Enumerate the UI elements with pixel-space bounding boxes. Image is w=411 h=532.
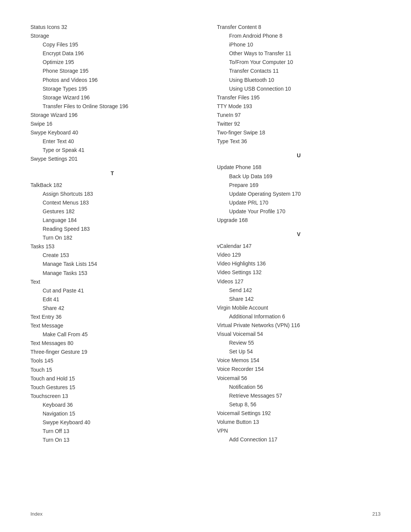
section-letter: T [30, 169, 194, 178]
list-item: Touch and Hold 15 [30, 374, 194, 383]
footer: Index 213 [30, 511, 381, 517]
list-item: Video Settings 132 [217, 268, 381, 277]
list-item: Using USB Connection 10 [217, 85, 381, 93]
list-item: Turn On 182 [30, 233, 194, 242]
list-item: VPN [217, 427, 381, 435]
list-item: Virgin Mobile Account [217, 304, 381, 312]
list-item: Videos 127 [217, 277, 381, 286]
list-item: Two-finger Swipe 18 [217, 128, 381, 137]
list-item: Transfer Contacts 11 [217, 67, 381, 75]
list-item: Transfer Files to Online Storage 196 [30, 102, 194, 111]
list-item: Update PRL 170 [217, 198, 381, 207]
left-column: Status Icons 32StorageCopy Files 195Encr… [30, 23, 194, 444]
list-item: iPhone 10 [217, 40, 381, 49]
list-item: Turn On 13 [30, 436, 194, 444]
list-item: Context Menus 183 [30, 198, 194, 207]
list-item: Back Up Data 169 [217, 172, 381, 181]
list-item: Storage Wizard 196 [30, 111, 194, 120]
list-item: Navigation 15 [30, 409, 194, 418]
list-item: Transfer Files 195 [217, 93, 381, 102]
list-item: Visual Voicemail 54 [217, 330, 381, 339]
list-item: Video Highlights 136 [217, 259, 381, 268]
list-item: Enter Text 40 [30, 137, 194, 146]
list-item: Voicemail Settings 192 [217, 409, 381, 418]
list-item: Text Messages 80 [30, 339, 194, 348]
list-item: Three-finger Gesture 19 [30, 348, 194, 356]
page: Status Icons 32StorageCopy Files 195Encr… [0, 0, 411, 532]
list-item: Reading Speed 183 [30, 225, 194, 233]
list-item: Update Phone 168 [217, 163, 381, 172]
list-item: Storage Wizard 196 [30, 93, 194, 102]
list-item: Create 153 [30, 251, 194, 260]
list-item: Touch 15 [30, 366, 194, 374]
list-item: Video 129 [217, 251, 381, 259]
list-item: Prepare 169 [217, 181, 381, 190]
list-item: Cut and Paste 41 [30, 286, 194, 295]
list-item: Notification 56 [217, 383, 381, 391]
list-item: Photos and Videos 196 [30, 76, 194, 85]
list-item: From Android Phone 8 [217, 32, 381, 40]
list-item: Edit 41 [30, 295, 194, 304]
list-item: Setup 8, 56 [217, 400, 381, 409]
list-item: Additional Information 6 [217, 312, 381, 321]
list-item: Phone Storage 195 [30, 67, 194, 75]
list-item: Volume Button 13 [217, 418, 381, 427]
list-item: Review 55 [217, 339, 381, 347]
list-item: Manage Tasks 153 [30, 269, 194, 278]
list-item: Make Call From 45 [30, 330, 194, 339]
list-item: Status Icons 32 [30, 23, 194, 32]
list-item: Voice Recorder 154 [217, 365, 381, 374]
list-item: Swype Settings 201 [30, 155, 194, 163]
footer-left: Index [30, 511, 43, 517]
list-item: Upgrade 168 [217, 216, 381, 225]
list-item: Swipe 16 [30, 120, 194, 128]
list-item: Optimize 195 [30, 58, 194, 67]
list-item: Swype Keyboard 40 [30, 418, 194, 427]
section-letter: U [217, 151, 381, 160]
list-item: TTY Mode 193 [217, 102, 381, 111]
list-item: Gestures 182 [30, 207, 194, 216]
list-item: Update Your Profile 170 [217, 207, 381, 216]
list-item: Encrypt Data 196 [30, 49, 194, 58]
list-item: Turn Off 13 [30, 427, 194, 436]
list-item: vCalendar 147 [217, 242, 381, 251]
list-item: Update Operating System 170 [217, 190, 381, 198]
list-item: Text Entry 36 [30, 313, 194, 321]
list-item: Keyboard 36 [30, 401, 194, 409]
list-item: Text Message [30, 321, 194, 330]
list-item: Voice Memos 154 [217, 356, 381, 365]
list-item: TalkBack 182 [30, 181, 194, 190]
list-item: Other Ways to Transfer 11 [217, 49, 381, 58]
list-item: TuneIn 97 [217, 111, 381, 120]
list-item: Share 142 [217, 295, 381, 304]
list-item: Tasks 153 [30, 242, 194, 251]
list-item: Share 42 [30, 304, 194, 313]
list-item: Storage Types 195 [30, 85, 194, 93]
list-item: Type Text 36 [217, 137, 381, 146]
footer-right: 213 [372, 511, 381, 517]
list-item: Type or Speak 41 [30, 146, 194, 155]
list-item: Text [30, 278, 194, 286]
list-item: Touch Gestures 15 [30, 383, 194, 392]
list-item: Copy Files 195 [30, 40, 194, 49]
list-item: Assign Shortcuts 183 [30, 190, 194, 198]
list-item: Add Connection 117 [217, 435, 381, 444]
list-item: Touchscreen 13 [30, 392, 194, 401]
list-item: Transfer Content 8 [217, 23, 381, 32]
list-item: Manage Task Lists 154 [30, 260, 194, 268]
list-item: Twitter 92 [217, 120, 381, 128]
list-item: To/From Your Computer 10 [217, 58, 381, 67]
section-letter: V [217, 230, 381, 239]
list-item: Storage [30, 32, 194, 40]
list-item: Swype Keyboard 40 [30, 128, 194, 137]
list-item: Tools 145 [30, 356, 194, 365]
index-columns: Status Icons 32StorageCopy Files 195Encr… [30, 23, 381, 444]
list-item: Virtual Private Networks (VPN) 116 [217, 321, 381, 330]
list-item: Retrieve Messages 57 [217, 391, 381, 400]
list-item: Voicemail 56 [217, 374, 381, 383]
list-item: Send 142 [217, 286, 381, 295]
list-item: Set Up 54 [217, 347, 381, 356]
right-column: Transfer Content 8From Android Phone 8iP… [217, 23, 381, 444]
list-item: Using Bluetooth 10 [217, 76, 381, 85]
list-item: Language 184 [30, 216, 194, 225]
